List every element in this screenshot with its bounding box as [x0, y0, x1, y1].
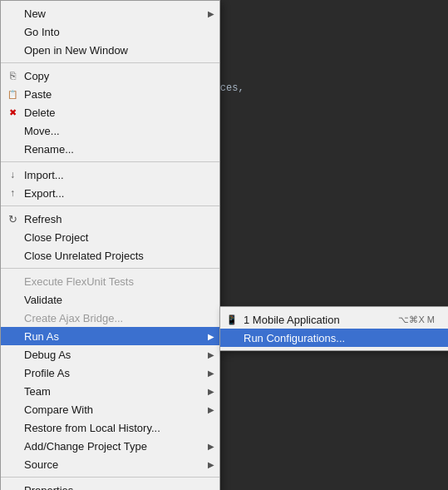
- paste-icon: [6, 87, 19, 101]
- menu-item-rename[interactable]: Rename...: [1, 140, 219, 158]
- refresh-icon: [6, 212, 19, 225]
- separator-4: [1, 268, 219, 269]
- shortcut-label: ⌥⌘X M: [382, 314, 435, 325]
- menu-item-refresh[interactable]: Refresh: [1, 210, 219, 228]
- menu-item-compare-with[interactable]: Compare With ▶: [1, 400, 219, 418]
- menu-item-open-new-window[interactable]: Open in New Window: [1, 41, 219, 59]
- menu-item-delete[interactable]: Delete: [1, 103, 219, 121]
- menu-item-close-unrelated[interactable]: Close Unrelated Projects: [1, 246, 219, 265]
- menu-item-validate[interactable]: Validate: [1, 290, 219, 309]
- menu-item-copy[interactable]: Copy: [1, 67, 219, 85]
- submenu-item-mobile-app[interactable]: 1 Mobile Application ⌥⌘X M: [220, 310, 448, 329]
- submenu-item-run-configs[interactable]: Run Configurations...: [220, 329, 448, 347]
- export-icon: [6, 186, 19, 200]
- submenu-arrow-icon: ▶: [208, 387, 214, 396]
- separator-1: [1, 62, 219, 63]
- import-icon: [6, 168, 19, 181]
- menu-item-properties[interactable]: Properties: [1, 481, 219, 490]
- context-menu: New ▶ Go Into Open in New Window Copy Pa…: [0, 0, 220, 490]
- submenu-arrow-icon: ▶: [208, 332, 214, 341]
- menu-item-source[interactable]: Source ▶: [1, 455, 219, 473]
- menu-item-close-project[interactable]: Close Project: [1, 228, 219, 246]
- menu-item-restore-local[interactable]: Restore from Local History...: [1, 418, 219, 437]
- submenu-arrow-icon: ▶: [208, 350, 214, 359]
- mobile-icon: [225, 313, 239, 326]
- menu-item-profile-as[interactable]: Profile As ▶: [1, 364, 219, 382]
- menu-item-debug-as[interactable]: Debug As ▶: [1, 345, 219, 364]
- submenu-arrow-icon: ▶: [208, 9, 214, 18]
- menu-item-paste[interactable]: Paste: [1, 85, 219, 103]
- separator-2: [1, 161, 219, 162]
- submenu-arrow-icon: ▶: [208, 405, 214, 414]
- submenu-arrow-icon: ▶: [208, 460, 214, 469]
- menu-item-add-change[interactable]: Add/Change Project Type ▶: [1, 437, 219, 455]
- delete-icon: [6, 106, 19, 119]
- submenu-arrow-icon: ▶: [208, 442, 214, 451]
- run-as-submenu: 1 Mobile Application ⌥⌘X M Run Configura…: [219, 306, 448, 351]
- menu-item-import[interactable]: Import...: [1, 166, 219, 184]
- menu-item-go-into[interactable]: Go Into: [1, 22, 219, 41]
- submenu-arrow-icon: ▶: [208, 369, 214, 378]
- separator-5: [1, 477, 219, 478]
- menu-item-team[interactable]: Team ▶: [1, 382, 219, 400]
- menu-item-execute-flex: Execute FlexUnit Tests: [1, 272, 219, 290]
- menu-item-create-ajax: Create Ajax Bridge...: [1, 309, 219, 327]
- menu-item-export[interactable]: Export...: [1, 184, 219, 202]
- copy-icon: [6, 69, 19, 82]
- menu-item-run-as[interactable]: Run As ▶: [1, 327, 219, 345]
- menu-item-new[interactable]: New ▶: [1, 4, 219, 22]
- separator-3: [1, 205, 219, 206]
- menu-item-move[interactable]: Move...: [1, 121, 219, 140]
